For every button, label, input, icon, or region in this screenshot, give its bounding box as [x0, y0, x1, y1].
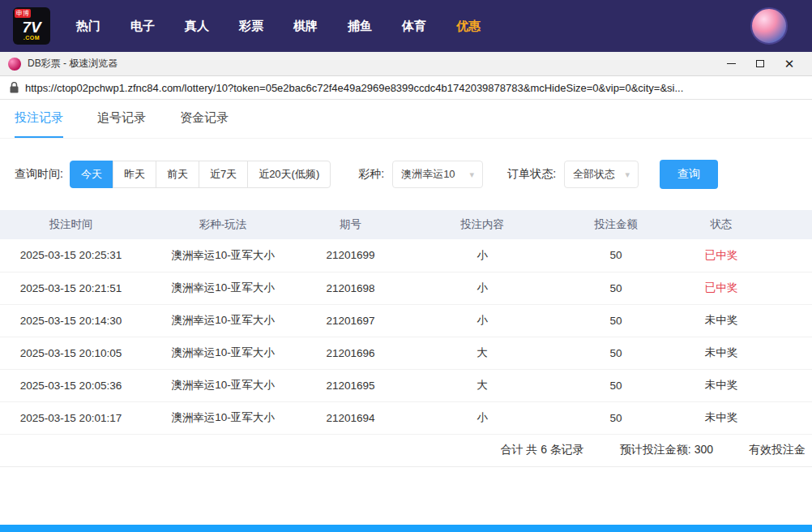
time-option-yesterday[interactable]: 昨天 — [113, 161, 156, 188]
play-cell: 澳洲幸运10-亚军大小 — [142, 304, 304, 337]
table-row: 2025-03-15 20:25:31 澳洲幸运10-亚军大小 21201699… — [0, 239, 812, 272]
time-filter-label: 查询时间: — [15, 167, 63, 182]
site-logo[interactable]: 申博 7V .COM — [13, 7, 50, 45]
chevron-down-icon: ▾ — [626, 169, 630, 180]
top-nav-menu: 热门 电子 真人 彩票 棋牌 捕鱼 体育 优惠 — [76, 19, 481, 34]
top-nav-bar: 申博 7V .COM 热门 电子 真人 彩票 棋牌 捕鱼 体育 优惠 — [0, 0, 812, 52]
tab-bet-records[interactable]: 投注记录 — [15, 100, 63, 138]
status-cell: 未中奖 — [665, 337, 778, 369]
filter-bar: 查询时间: 今天 昨天 前天 近7天 近20天(低频) 彩种: 澳洲幸运10 ▾… — [0, 160, 812, 189]
close-button[interactable]: ✕ — [775, 52, 804, 76]
order-status-select[interactable]: 全部状态 ▾ — [564, 161, 639, 188]
status-cell: 已中奖 — [665, 272, 778, 304]
header-filler — [778, 210, 812, 239]
time-cell: 2025-03-15 20:10:05 — [0, 337, 142, 369]
table-row: 2025-03-15 20:10:05 澳洲幸运10-亚军大小 21201696… — [0, 337, 812, 369]
nav-item-live[interactable]: 真人 — [185, 19, 209, 34]
amount-cell: 50 — [567, 272, 665, 304]
time-cell: 2025-03-15 20:14:30 — [0, 304, 142, 337]
maximize-icon — [756, 60, 764, 67]
table-row: 2025-03-15 20:21:51 澳洲幸运10-亚军大小 21201698… — [0, 272, 812, 304]
tab-chase-records[interactable]: 追号记录 — [97, 100, 146, 138]
lock-icon — [10, 82, 19, 93]
tab-fund-records[interactable]: 资金记录 — [180, 100, 229, 138]
time-cell: 2025-03-15 20:05:36 — [0, 369, 142, 401]
minimize-button[interactable] — [716, 52, 746, 76]
window-title-bar: DB彩票 - 极速浏览器 ✕ — [0, 52, 812, 76]
time-option-today[interactable]: 今天 — [70, 161, 113, 188]
amount-cell: 50 — [567, 337, 665, 369]
time-option-7days[interactable]: 近7天 — [199, 161, 248, 188]
header-lottery-play: 彩种-玩法 — [142, 210, 304, 239]
content-cell: 大 — [397, 337, 567, 369]
time-range-group: 今天 昨天 前天 近7天 近20天(低频) — [70, 161, 331, 188]
nav-item-chess[interactable]: 棋牌 — [293, 19, 318, 34]
nav-item-promo[interactable]: 优惠 — [456, 19, 481, 34]
status-select-value: 全部状态 — [573, 167, 615, 182]
status-filter-label: 订单状态: — [507, 167, 556, 182]
minimize-icon — [727, 63, 736, 64]
header-bet-time: 投注时间 — [0, 210, 142, 239]
status-cell: 未中奖 — [665, 304, 778, 337]
content-cell: 小 — [397, 239, 567, 272]
play-cell: 澳洲幸运10-亚军大小 — [142, 239, 304, 272]
close-icon: ✕ — [784, 58, 795, 70]
address-bar[interactable]: https://ctop02pchwp1.zfnc84.com/lottery/… — [0, 76, 812, 100]
status-cell: 已中奖 — [665, 239, 778, 272]
amount-cell: 50 — [567, 369, 665, 401]
status-cell: 未中奖 — [665, 369, 778, 401]
issue-cell: 21201699 — [304, 239, 397, 272]
header-bet-amount: 投注金额 — [567, 210, 665, 239]
lottery-select-value: 澳洲幸运10 — [401, 167, 455, 182]
issue-cell: 21201696 — [304, 337, 397, 369]
issue-cell: 21201698 — [304, 272, 397, 304]
amount-cell: 50 — [567, 239, 665, 272]
header-bet-content: 投注内容 — [397, 210, 567, 239]
table-row: 2025-03-15 20:01:17 澳洲幸运10-亚军大小 21201694… — [0, 401, 812, 434]
issue-cell: 21201697 — [304, 304, 397, 337]
user-avatar[interactable] — [750, 7, 788, 45]
table-row: 2025-03-15 20:05:36 澳洲幸运10-亚军大小 21201695… — [0, 369, 812, 401]
summary-total: 合计 共 6 条记录 — [500, 443, 583, 457]
play-cell: 澳洲幸运10-亚军大小 — [142, 272, 304, 304]
nav-item-sports[interactable]: 体育 — [402, 19, 426, 34]
play-cell: 澳洲幸运10-亚军大小 — [142, 401, 304, 434]
header-issue: 期号 — [304, 210, 397, 239]
summary-expected-amount: 预计投注金额: 300 — [620, 443, 713, 457]
search-button[interactable]: 查询 — [660, 160, 718, 189]
maximize-button[interactable] — [746, 52, 775, 76]
amount-cell: 50 — [567, 401, 665, 434]
window-controls: ✕ — [716, 52, 804, 76]
header-status: 状态 — [665, 210, 778, 239]
time-option-20days[interactable]: 近20天(低频) — [247, 161, 331, 188]
browser-app-icon — [8, 58, 21, 71]
table-row: 2025-03-15 20:14:30 澳洲幸运10-亚军大小 21201697… — [0, 304, 812, 337]
nav-item-hot[interactable]: 热门 — [76, 19, 100, 34]
time-cell: 2025-03-15 20:25:31 — [0, 239, 142, 272]
amount-cell: 50 — [567, 304, 665, 337]
logo-suffix: .COM — [24, 35, 40, 41]
url-text: https://ctop02pchwp1.zfnc84.com/lottery/… — [25, 82, 683, 94]
content-cell: 小 — [397, 304, 567, 337]
time-cell: 2025-03-15 20:21:51 — [0, 272, 142, 304]
time-cell: 2025-03-15 20:01:17 — [0, 401, 142, 434]
bet-records-table: 投注时间 彩种-玩法 期号 投注内容 投注金额 状态 2025-03-15 20… — [0, 210, 812, 435]
lottery-select[interactable]: 澳洲幸运10 ▾ — [392, 161, 483, 188]
content-cell: 小 — [397, 272, 567, 304]
content-cell: 大 — [397, 369, 567, 401]
table-header-row: 投注时间 彩种-玩法 期号 投注内容 投注金额 状态 — [0, 210, 812, 239]
nav-item-electronic[interactable]: 电子 — [130, 19, 155, 34]
content-cell: 小 — [397, 401, 567, 434]
time-option-day-before[interactable]: 前天 — [156, 161, 199, 188]
nav-item-lottery[interactable]: 彩票 — [239, 19, 263, 34]
bottom-strip — [0, 525, 812, 532]
lottery-filter-label: 彩种: — [358, 167, 384, 182]
window-title: DB彩票 - 极速浏览器 — [28, 57, 118, 71]
summary-valid-amount: 有效投注金 — [749, 443, 806, 457]
logo-name: 7V — [22, 19, 41, 35]
status-cell: 未中奖 — [665, 401, 778, 434]
issue-cell: 21201694 — [304, 401, 397, 434]
nav-item-fishing[interactable]: 捕鱼 — [348, 19, 372, 34]
summary-row: 合计 共 6 条记录 预计投注金额: 300 有效投注金 — [0, 435, 812, 467]
issue-cell: 21201695 — [304, 369, 397, 401]
